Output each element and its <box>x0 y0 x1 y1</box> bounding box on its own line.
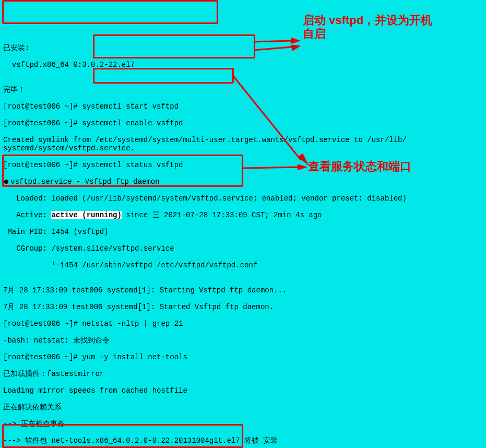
yum-plugin: 已加载插件：fastestmirror <box>3 370 483 378</box>
yum-dep: 正在解决依赖关系 <box>3 403 483 411</box>
terminal: 已安装: vsftpd.x86_64 0:3.0.2-22.el7 完毕！ [r… <box>0 33 486 448</box>
status-loaded: Loaded: loaded (/usr/lib/systemd/system/… <box>3 194 483 203</box>
status-active: Active: active (running) since 三 2021-07… <box>3 211 483 219</box>
annotation-status-port: 查看服务状态和端口 <box>308 160 444 173</box>
cmd[interactable]: yum -y install net-tools <box>82 353 187 361</box>
installed-header: 已安装: <box>3 44 483 52</box>
yum-dep: --> 正在检查事务 <box>3 420 483 428</box>
active-running: active (running) <box>51 211 121 219</box>
cmd[interactable]: systemctl enable vsftpd <box>82 119 183 127</box>
status-unit: vsftpd.service - Vsftpd ftp daemon <box>3 178 483 186</box>
cmd-line-enable: [root@test006 ~]# systemctl enable vsftp… <box>3 119 483 127</box>
annotation-start-enable: 启动 vsftpd，并设为开机自启 <box>303 14 438 41</box>
done: 完毕！ <box>3 86 483 94</box>
cmd-line-start: [root@test006 ~]# systemctl start vsftpd <box>3 102 483 111</box>
bullet-icon <box>4 180 8 184</box>
cmd[interactable]: systemctl start vsftpd <box>82 102 179 111</box>
cmd[interactable]: systemctl status vsftpd <box>82 161 183 169</box>
yum-mirror: Loading mirror speeds from cached hostfi… <box>3 386 483 395</box>
box-installed-vsftpd <box>2 0 218 24</box>
symlink-output: Created symlink from /etc/systemd/system… <box>3 136 483 152</box>
status-mainpid: Main PID: 1454 (vsftpd) <box>3 228 483 236</box>
cmd[interactable]: netstat -nltp | grep 21 <box>82 320 183 328</box>
netstat-error: -bash: netstat: 未找到命令 <box>3 336 483 345</box>
status-cgroup2: └─1454 /usr/sbin/vsftpd /etc/vsftpd/vsft… <box>3 261 483 269</box>
status-cgroup: CGroup: /system.slice/vsftpd.service <box>3 244 483 253</box>
log2: 7月 28 17:33:09 test006 systemd[1]: Start… <box>3 303 483 311</box>
log1: 7月 28 17:33:09 test006 systemd[1]: Start… <box>3 286 483 294</box>
yum-dep: ---> 软件包 net-tools.x86_64.0.2.0-0.22.201… <box>3 437 483 445</box>
installed-pkg: vsftpd.x86_64 0:3.0.2-22.el7 <box>3 61 483 69</box>
cmd-line-yum: [root@test006 ~]# yum -y install net-too… <box>3 353 483 361</box>
cmd-line-netstat: [root@test006 ~]# netstat -nltp | grep 2… <box>3 320 483 328</box>
